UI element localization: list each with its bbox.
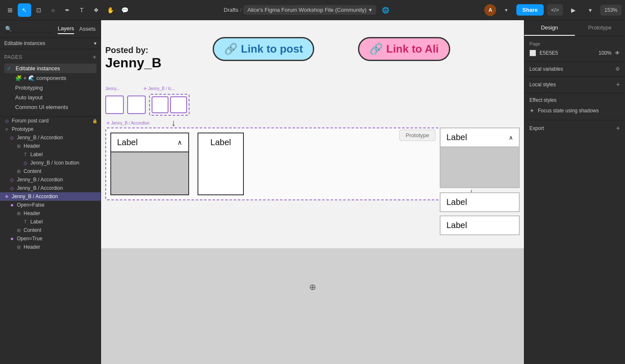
jenny-b-accordion-label: ❖ Jenny_B / Accordion	[106, 121, 150, 125]
page-item-prototyping[interactable]: Prototyping	[4, 83, 96, 93]
select-tool-btn[interactable]: ↖	[18, 3, 31, 17]
rca-item-2[interactable]: Label	[440, 215, 520, 235]
layer-forum-post-card[interactable]: ◇ Forum post card 🔒	[0, 117, 101, 125]
hand-tool-btn[interactable]: ✋	[104, 3, 117, 17]
effect-styles-label: Effect styles	[529, 97, 556, 103]
tab-layers[interactable]: Layers	[58, 24, 74, 34]
local-variables-icon[interactable]: ⚙	[615, 66, 620, 72]
eye-icon[interactable]: 👁	[615, 50, 620, 56]
diamond-icon: ◇	[8, 135, 15, 141]
accordion-content-gray	[111, 152, 188, 194]
layer-jenny-icon-button[interactable]: ◇ Jenny_B / Icon button	[0, 159, 101, 167]
tool-group-left: ⊞ ↖ ⊡ ○ ✒ T ❖ ✋ 💬	[3, 3, 131, 17]
layer-label-2[interactable]: T Label	[0, 218, 101, 226]
grid-tool-btn[interactable]: ⊞	[3, 3, 17, 17]
page-item-autolayout[interactable]: Auto layout	[4, 93, 96, 102]
chevron-down-icon: ▾	[369, 7, 372, 13]
frame-tool-btn[interactable]: ⊡	[32, 3, 45, 17]
text-icon: T	[22, 152, 29, 157]
text-icon: T	[22, 219, 29, 224]
accordion-open-header: Label ∧	[111, 133, 188, 152]
avatar[interactable]: A	[484, 4, 496, 16]
icon-btns-dashed-group: ∧ ∧	[149, 94, 190, 116]
layer-jenny-accordion-2[interactable]: ◇ Jenny_B / Accordion	[0, 175, 101, 184]
icon-btn-chevron-down[interactable]: ∨	[105, 96, 124, 114]
pen-tool-btn[interactable]: ✒	[61, 3, 74, 17]
comment-tool-btn[interactable]: 💬	[118, 3, 131, 17]
page-opacity: 100%	[598, 50, 612, 56]
page-item-label: Editable instances	[16, 65, 60, 72]
canvas-accordion-open[interactable]: Label ∧	[110, 133, 189, 195]
right-panel-tabs: Design Prototype	[524, 20, 625, 36]
page-color-swatch[interactable]	[529, 50, 536, 56]
editable-instances-label: Editable instances	[4, 40, 45, 46]
page-item-commonui[interactable]: Common UI elements	[4, 102, 96, 112]
layer-label: Prototype	[12, 126, 33, 132]
tab-design[interactable]: Design	[524, 20, 575, 36]
page-item-components[interactable]: 🧩 + 🌊 components	[4, 73, 96, 83]
layer-content-2[interactable]: ⊞ Content	[0, 226, 101, 234]
layer-label: Content	[24, 168, 41, 174]
toolbar-right: A ▾ Share </> ▶ ▾ 153%	[484, 3, 622, 17]
posted-by-name: Jenny_B	[105, 55, 161, 71]
link-to-post-btn[interactable]: 🔗 Link to post	[213, 37, 314, 61]
breadcrumb-drafts[interactable]: Drafts	[224, 7, 238, 13]
diamond-icon: ◇	[8, 186, 15, 191]
layer-open-true[interactable]: ◆ Open=True	[0, 234, 101, 243]
panel-tabs: 🔍 Layers Assets	[0, 20, 101, 38]
layer-label-1[interactable]: T Label	[0, 150, 101, 159]
accordion-closed-header: Label	[198, 133, 243, 151]
icon-btn-arrow-right[interactable]: →	[127, 96, 146, 114]
editable-instances-bar: Editable instances ▾	[0, 38, 101, 49]
cursor-icon: ⊕	[309, 282, 316, 292]
layer-prototype[interactable]: ≡ Prototype	[0, 125, 101, 133]
tab-assets[interactable]: Assets	[79, 24, 96, 34]
layer-jenny-accordion-1[interactable]: ◇ Jenny_B / Accordion	[0, 133, 101, 142]
local-styles-add-btn[interactable]: +	[616, 81, 620, 88]
layer-header-3[interactable]: ⊞ Header	[0, 243, 101, 251]
zoom-level[interactable]: 153%	[600, 5, 622, 16]
avatar-chevron[interactable]: ▾	[499, 3, 513, 17]
layer-open-false[interactable]: ◆ Open=False	[0, 201, 101, 209]
editable-instances-chevron[interactable]: ▾	[94, 40, 96, 46]
layer-content-1[interactable]: ⊞ Content	[0, 167, 101, 175]
chevron-up-icon2: ∧	[509, 134, 513, 141]
focus-state-item[interactable]: ✦ Focus state using shadows	[529, 106, 620, 116]
focus-state-label: Focus state using shadows	[538, 108, 599, 114]
share-button[interactable]: Share	[516, 4, 543, 16]
tab-prototype[interactable]: Prototype	[575, 20, 625, 36]
play-btn[interactable]: ▶	[566, 3, 580, 17]
icon-btn-chevron-up-1[interactable]: ∧	[152, 96, 168, 113]
rca-label-1: Label	[446, 133, 467, 142]
globe-icon-btn[interactable]: 🌐	[379, 3, 392, 17]
breadcrumb-main[interactable]: Alice's Figma Forum Workshop File (Commu…	[243, 5, 377, 15]
play-chevron[interactable]: ▾	[583, 3, 597, 17]
list-icon: ≡	[3, 127, 10, 132]
layer-jenny-accordion-3[interactable]: ◇ Jenny_B / Accordion	[0, 184, 101, 192]
layer-label: Label	[30, 151, 43, 157]
page-section-title: Page	[529, 41, 620, 46]
chevron-up-icon: ∧	[177, 138, 182, 146]
layer-header-1[interactable]: ⊞ Header	[0, 142, 101, 150]
export-add-btn[interactable]: +	[616, 125, 620, 132]
breadcrumb-main-label: Alice's Figma Forum Workshop File (Commu…	[248, 7, 367, 13]
layer-jenny-accordion-main[interactable]: ❖ Jenny_B / Accordion	[0, 192, 101, 201]
canvas: Posted by: Jenny_B 🔗 Link to post 🔗 Link…	[101, 20, 524, 364]
code-button[interactable]: </>	[547, 4, 564, 16]
main-layout: 🔍 Layers Assets Editable instances ▾ Pag…	[0, 20, 625, 364]
pages-add-btn[interactable]: +	[93, 53, 96, 61]
component-icon: ❖	[3, 194, 10, 199]
rca-main[interactable]: Label ∧	[440, 128, 520, 188]
shape-tool-btn[interactable]: ○	[46, 3, 60, 17]
diamond-icon: ◆	[8, 236, 15, 241]
text-tool-btn[interactable]: T	[75, 3, 88, 17]
link-to-alice-text: Link to Ali	[386, 43, 439, 56]
layer-header-2[interactable]: ⊞ Header	[0, 209, 101, 218]
component-tool-btn[interactable]: ❖	[89, 3, 103, 17]
lock-icon: 🔒	[92, 119, 97, 123]
page-item-editable[interactable]: ✓ Editable instances	[4, 64, 96, 73]
icon-btn-chevron-up-2[interactable]: ∧	[170, 96, 187, 113]
rca-item-1[interactable]: Label	[440, 192, 520, 212]
link-to-alice-btn[interactable]: 🔗 Link to Ali	[358, 37, 450, 61]
canvas-accordion-closed[interactable]: Label	[198, 133, 244, 195]
